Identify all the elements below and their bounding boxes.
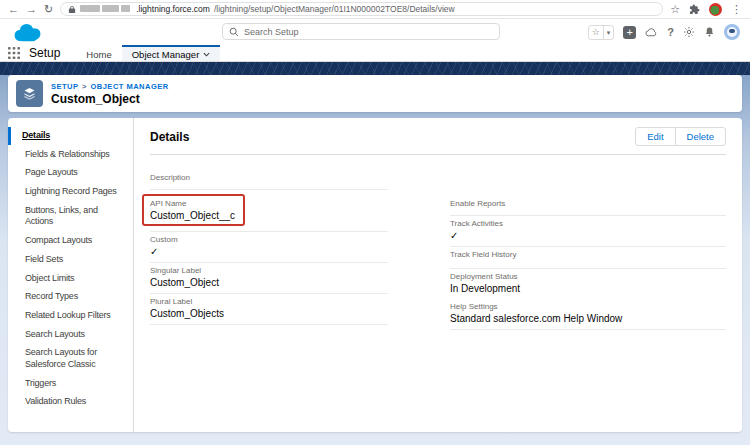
field-track-activities: Track Activities ✓ <box>450 216 726 247</box>
browser-back-icon[interactable]: ← <box>8 4 19 15</box>
field-help-settings: Help Settings Standard salesforce.com He… <box>450 299 726 330</box>
setup-page-background: SETUP > OBJECT MANAGER Custom_Object Det… <box>0 62 750 445</box>
edit-button[interactable]: Edit <box>635 127 675 146</box>
sidebar-item-record-types[interactable]: Record Types <box>8 288 133 306</box>
favorites-star-icon[interactable]: ☆ <box>589 26 603 39</box>
field-plural-label: Plural Label Custom_Objects <box>150 294 388 325</box>
field-track-field-history: Track Field History <box>450 247 726 269</box>
browser-forward-icon[interactable]: → <box>26 4 37 15</box>
track-activities-checkmark: ✓ <box>450 229 726 242</box>
url-domain: .lightning.force.com <box>136 4 210 14</box>
custom-checkmark: ✓ <box>150 245 388 258</box>
search-icon <box>229 27 239 37</box>
sidebar-item-object-limits[interactable]: Object Limits <box>8 270 133 288</box>
sidebar-item-page-layouts[interactable]: Page Layouts <box>8 164 133 182</box>
lock-icon <box>68 5 76 14</box>
notifications-bell-icon[interactable] <box>704 26 715 38</box>
sidebar-item-fields-relationships[interactable]: Fields & Relationships <box>8 146 133 164</box>
salesforce-logo[interactable] <box>10 21 46 44</box>
object-detail-card: Details Fields & Relationships Page Layo… <box>8 118 742 432</box>
object-manager-sidebar: Details Fields & Relationships Page Layo… <box>8 118 134 432</box>
tab-object-manager[interactable]: Object Manager <box>122 45 221 61</box>
fields-column-right: Enable Reports Track Activities ✓ Track … <box>450 196 726 330</box>
header-action-icons: ☆ ▾ + ? <box>588 24 740 40</box>
guidance-center-icon[interactable] <box>645 27 658 38</box>
url-redacted-subdomain <box>80 4 132 14</box>
fields-column-left: Description API Name Custom_Object__c Cu… <box>150 170 388 330</box>
custom-object-icon <box>16 80 43 107</box>
bookmark-star-icon[interactable]: ☆ <box>670 4 680 15</box>
object-header-card: SETUP > OBJECT MANAGER Custom_Object <box>8 75 742 112</box>
breadcrumb-object-manager[interactable]: OBJECT MANAGER <box>90 82 168 91</box>
delete-button[interactable]: Delete <box>675 127 726 146</box>
help-icon[interactable]: ? <box>667 26 674 38</box>
browser-profile-avatar[interactable] <box>709 3 722 16</box>
field-description: Description <box>150 170 388 190</box>
salesforce-global-header: ☆ ▾ + ? <box>0 19 750 45</box>
sidebar-item-validation-rules[interactable]: Validation Rules <box>8 393 133 411</box>
sidebar-item-search-layouts[interactable]: Search Layouts <box>8 326 133 344</box>
sidebar-item-field-sets[interactable]: Field Sets <box>8 251 133 269</box>
detail-actions: Edit Delete <box>635 127 726 146</box>
breadcrumb-separator: > <box>81 82 88 91</box>
search-input[interactable] <box>244 27 493 37</box>
field-enable-reports: Enable Reports <box>450 196 726 216</box>
field-deployment-status: Deployment Status In Development <box>450 269 726 299</box>
page-title: Custom_Object <box>51 92 169 106</box>
sidebar-item-compact-layouts[interactable]: Compact Layouts <box>8 232 133 250</box>
field-custom: Custom ✓ <box>150 232 388 263</box>
setup-nav-bar: Setup Home Object Manager <box>0 45 750 62</box>
favorites-button[interactable]: ☆ ▾ <box>588 25 615 40</box>
sidebar-item-related-lookup-filters[interactable]: Related Lookup Filters <box>8 307 133 325</box>
favorites-caret-icon[interactable]: ▾ <box>603 26 614 39</box>
url-path: /lightning/setup/ObjectManager/01I1N0000… <box>214 4 455 14</box>
field-api-name: API Name Custom_Object__c <box>150 190 388 232</box>
details-panel: Details Edit Delete Description API Name <box>134 118 742 432</box>
browser-actions: ☆ ⋮ <box>670 3 742 16</box>
api-name-highlight-box: API Name Custom_Object__c <box>142 194 245 226</box>
setup-gear-icon[interactable] <box>683 26 695 38</box>
breadcrumb-setup[interactable]: SETUP <box>51 82 78 91</box>
sidebar-item-lightning-record-pages[interactable]: Lightning Record Pages <box>8 183 133 201</box>
sidebar-item-details[interactable]: Details <box>8 127 133 145</box>
user-avatar[interactable] <box>724 24 740 40</box>
setup-search-box <box>222 23 500 40</box>
browser-toolbar: ← → ↻ .lightning.force.com/lightning/set… <box>0 0 750 19</box>
global-actions-icon[interactable]: + <box>623 26 636 39</box>
setup-banner <box>0 62 750 75</box>
extensions-icon[interactable] <box>689 4 700 15</box>
browser-menu-icon[interactable]: ⋮ <box>731 4 742 15</box>
address-bar[interactable]: .lightning.force.com/lightning/setup/Obj… <box>60 2 663 16</box>
sidebar-item-buttons-links-actions[interactable]: Buttons, Links, and Actions <box>8 202 133 231</box>
field-singular-label: Singular Label Custom_Object <box>150 263 388 294</box>
sidebar-item-search-layouts-classic[interactable]: Search Layouts for Salesforce Classic <box>8 344 133 373</box>
sidebar-item-triggers[interactable]: Triggers <box>8 375 133 393</box>
app-launcher-icon[interactable] <box>8 47 20 59</box>
chevron-down-icon <box>203 52 210 57</box>
setup-app-label: Setup <box>29 46 60 60</box>
details-heading: Details <box>150 130 189 144</box>
breadcrumb[interactable]: SETUP > OBJECT MANAGER <box>51 82 169 91</box>
browser-reload-icon[interactable]: ↻ <box>44 4 53 15</box>
tab-home[interactable]: Home <box>76 45 121 61</box>
